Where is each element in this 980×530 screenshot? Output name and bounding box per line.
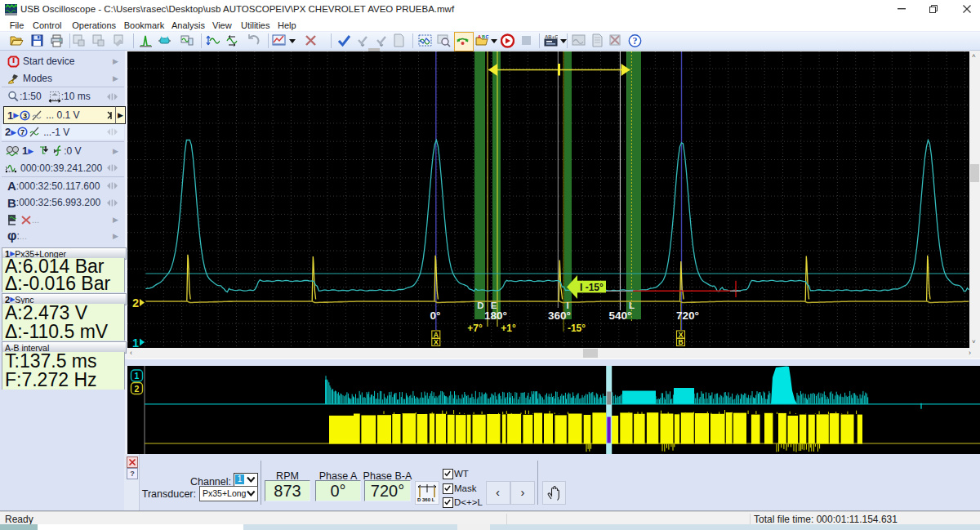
svg-text:X: X: [679, 331, 684, 339]
svg-text:720°: 720°: [676, 310, 699, 322]
svg-text:3: 3: [23, 111, 27, 119]
svg-text:B: B: [482, 34, 485, 39]
svg-text:A: A: [478, 34, 481, 39]
svg-text:I: I: [566, 301, 568, 310]
svg-text:2: 2: [135, 384, 140, 394]
svg-text:540°: 540°: [609, 310, 632, 322]
svg-text:7: 7: [20, 128, 24, 136]
svg-text:AB+C: AB+C: [545, 34, 558, 39]
svg-text:L: L: [629, 301, 635, 310]
svg-text:1: 1: [135, 371, 140, 381]
svg-text:+7°: +7°: [467, 323, 483, 334]
svg-text:D 360 L: D 360 L: [417, 497, 435, 502]
svg-text:C: C: [486, 34, 489, 39]
svg-text:1: 1: [132, 336, 139, 349]
svg-text:0°: 0°: [430, 310, 441, 322]
svg-text:360°: 360°: [548, 310, 571, 322]
svg-text:?: ?: [633, 35, 638, 47]
svg-text:2: 2: [132, 296, 139, 310]
svg-text:X: X: [434, 338, 439, 346]
svg-text:D: D: [477, 301, 483, 310]
svg-text:180°: 180°: [484, 310, 507, 322]
svg-text:-15°: -15°: [568, 323, 586, 334]
svg-text:B: B: [678, 338, 683, 346]
svg-text:+1°: +1°: [501, 323, 516, 334]
svg-text:I -15°: I -15°: [580, 282, 604, 293]
svg-text:E: E: [491, 301, 497, 310]
svg-text:A: A: [434, 331, 439, 339]
